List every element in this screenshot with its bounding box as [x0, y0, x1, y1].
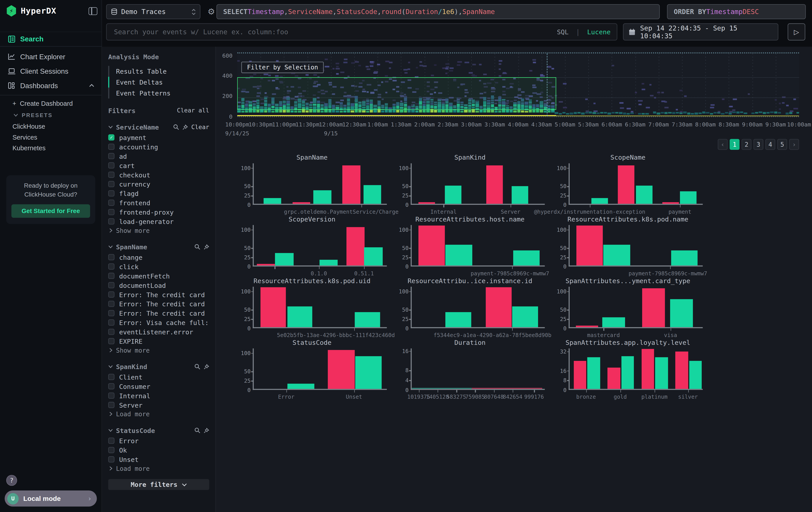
page-button-5[interactable]: 5 [777, 139, 787, 150]
user-menu[interactable]: U Local mode › [5, 490, 97, 507]
filter-group-header-statuscode[interactable]: StatusCode [108, 425, 209, 436]
collapse-sidebar-icon[interactable] [88, 7, 97, 15]
page-next-button[interactable]: › [789, 139, 799, 150]
filter-checkbox-item[interactable]: Internal [108, 391, 209, 400]
checkbox-checked[interactable]: ✓ [108, 134, 115, 140]
checkbox-unchecked[interactable] [108, 438, 115, 444]
filter-checkbox-item[interactable]: currency [108, 180, 209, 189]
search-icon[interactable] [194, 244, 200, 250]
page-button-4[interactable]: 4 [765, 139, 775, 150]
checkbox-unchecked[interactable] [108, 329, 115, 335]
show-more-button[interactable]: Show more [108, 346, 209, 355]
pin-icon[interactable] [203, 427, 209, 433]
filter-by-selection-button[interactable]: Filter by Selection [241, 62, 324, 73]
filter-group-header-spankind[interactable]: SpanKind [108, 361, 209, 372]
filter-checkbox-item[interactable]: checkout [108, 170, 209, 180]
checkbox-unchecked[interactable] [108, 383, 115, 389]
checkbox-unchecked[interactable] [108, 254, 115, 260]
filter-checkbox-item[interactable]: change [108, 252, 209, 262]
filter-checkbox-item[interactable]: Ok [108, 446, 209, 455]
checkbox-unchecked[interactable] [108, 338, 115, 344]
checkbox-unchecked[interactable] [108, 273, 115, 279]
checkbox-unchecked[interactable] [108, 143, 115, 150]
filter-checkbox-item[interactable]: Error: The credit card (… [108, 290, 209, 299]
pin-icon[interactable] [203, 364, 209, 370]
filter-checkbox-item[interactable]: Consumer [108, 381, 209, 391]
checkbox-unchecked[interactable] [108, 301, 115, 307]
checkbox-unchecked[interactable] [108, 263, 115, 270]
pin-icon[interactable] [203, 244, 209, 250]
show-more-button[interactable]: Load more [108, 464, 209, 473]
sql-mode-toggle[interactable]: SQL [557, 28, 569, 36]
sidebar-item-client-sessions[interactable]: Client Sessions [0, 64, 102, 78]
page-button-1[interactable]: 1 [730, 139, 740, 150]
preset-link-services[interactable]: Services [0, 132, 102, 143]
presets-toggle[interactable]: PRESETS [0, 110, 102, 120]
chevron-up-icon[interactable] [89, 84, 94, 87]
page-button-3[interactable]: 3 [754, 139, 763, 150]
checkbox-unchecked[interactable] [108, 374, 115, 380]
more-filters-button[interactable]: More filters [108, 479, 209, 490]
checkbox-unchecked[interactable] [108, 393, 115, 399]
checkbox-unchecked[interactable] [108, 218, 115, 225]
filter-checkbox-item[interactable]: eventListener.error [108, 327, 209, 336]
lucene-mode-toggle[interactable]: Lucene [587, 28, 611, 36]
search-icon[interactable] [173, 124, 179, 130]
events-heatmap[interactable]: Filter by Selection [237, 52, 799, 117]
clear-filter-button[interactable]: Clear [191, 123, 209, 131]
filter-checkbox-item[interactable]: EXPIRE [108, 336, 209, 346]
filter-checkbox-item[interactable]: Error: The credit card (… [108, 299, 209, 308]
filter-checkbox-item[interactable]: ✓payment [108, 133, 209, 142]
clear-all-button[interactable]: Clear all [177, 107, 209, 114]
analysis-mode-event-patterns[interactable]: Event Patterns [108, 88, 209, 99]
search-icon[interactable] [194, 363, 200, 370]
filter-checkbox-item[interactable]: Unset [108, 455, 209, 464]
page-button-2[interactable]: 2 [742, 139, 751, 150]
filter-checkbox-item[interactable]: Server [108, 400, 209, 410]
pin-icon[interactable] [182, 124, 188, 130]
filter-checkbox-item[interactable]: load-generator [108, 217, 209, 226]
filter-checkbox-item[interactable]: cart [108, 161, 209, 170]
gear-icon[interactable]: ⚙ [205, 5, 218, 18]
checkbox-unchecked[interactable] [108, 310, 115, 316]
order-by-input[interactable]: ORDER BY Timestamp DESC [667, 4, 806, 19]
source-select[interactable]: Demo Traces [106, 4, 200, 19]
filter-checkbox-item[interactable]: click [108, 262, 209, 271]
checkbox-unchecked[interactable] [108, 162, 115, 168]
run-query-button[interactable]: ▷ [788, 23, 805, 41]
get-started-button[interactable]: Get Started for Free [11, 204, 90, 218]
analysis-mode-results-table[interactable]: Results Table [108, 66, 209, 77]
filter-checkbox-item[interactable]: Error: The credit card (… [108, 308, 209, 318]
filter-checkbox-item[interactable]: documentLoad [108, 280, 209, 290]
filter-checkbox-item[interactable]: accounting [108, 142, 209, 152]
filter-checkbox-item[interactable]: ad [108, 152, 209, 161]
preset-link-clickhouse[interactable]: ClickHouse [0, 121, 102, 132]
sql-select-input[interactable]: SELECT Timestamp, ServiceName, StatusCod… [216, 4, 660, 19]
checkbox-unchecked[interactable] [108, 456, 115, 463]
filter-checkbox-item[interactable]: frontend [108, 198, 209, 208]
time-range-picker[interactable]: Sep 14 22:04:35 - Sep 15 10:04:35 [623, 23, 778, 41]
checkbox-unchecked[interactable] [108, 319, 115, 326]
checkbox-unchecked[interactable] [108, 172, 115, 178]
filter-checkbox-item[interactable]: flagd [108, 189, 209, 198]
sidebar-item-chart-explorer[interactable]: Chart Explorer [0, 49, 102, 64]
checkbox-unchecked[interactable] [108, 402, 115, 408]
sidebar-item-search[interactable]: Search [0, 32, 102, 47]
checkbox-unchecked[interactable] [108, 190, 115, 196]
filter-checkbox-item[interactable]: frontend-proxy [108, 208, 209, 217]
checkbox-unchecked[interactable] [108, 291, 115, 298]
show-more-button[interactable]: Show more [108, 226, 209, 235]
filter-checkbox-item[interactable]: Error: Visa cache full: … [108, 318, 209, 327]
checkbox-unchecked[interactable] [108, 209, 115, 215]
checkbox-unchecked[interactable] [108, 200, 115, 206]
filter-group-header-spanname[interactable]: SpanName [108, 241, 209, 252]
filter-checkbox-item[interactable]: Client [108, 372, 209, 381]
search-icon[interactable] [194, 427, 200, 433]
filter-checkbox-item[interactable]: documentFetch [108, 271, 209, 280]
checkbox-unchecked[interactable] [108, 447, 115, 453]
sidebar-item-dashboards[interactable]: Dashboards [0, 78, 102, 93]
selection-rectangle[interactable] [237, 77, 556, 110]
analysis-mode-event-deltas[interactable]: Event Deltas [108, 77, 209, 88]
checkbox-unchecked[interactable] [108, 181, 115, 187]
checkbox-unchecked[interactable] [108, 153, 115, 159]
